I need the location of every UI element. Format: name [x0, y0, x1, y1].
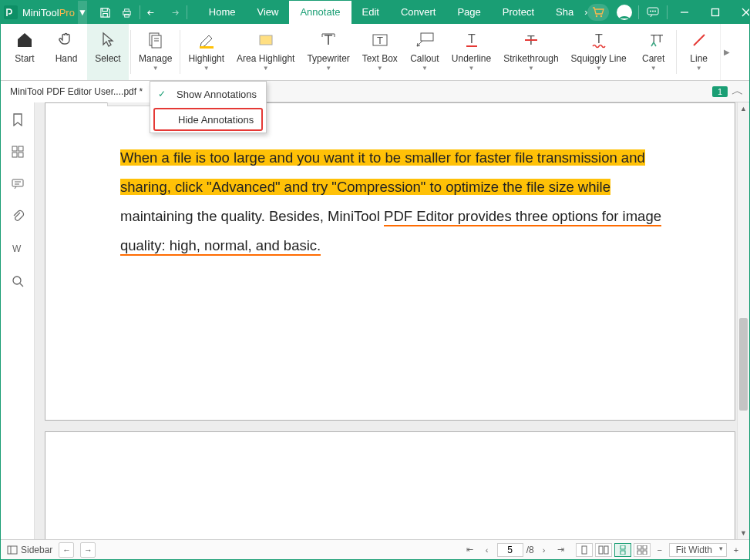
svg-rect-47	[8, 546, 17, 554]
quick-access	[95, 1, 189, 24]
user-icon[interactable]	[612, 1, 637, 24]
next-view-button[interactable]: →	[80, 542, 96, 558]
menu-show-annotations[interactable]: ✓ Show Annotations	[150, 82, 266, 106]
first-page-button[interactable]: ⇤	[463, 543, 477, 557]
ribbon-overflow-icon[interactable]: ▶	[720, 24, 734, 80]
feedback-icon[interactable]	[641, 1, 665, 24]
scrollbar-thumb[interactable]	[739, 318, 748, 411]
svg-line-36	[694, 35, 705, 45]
caret-icon: TT	[644, 29, 663, 52]
cart-icon[interactable]	[587, 4, 609, 21]
scroll-up-icon[interactable]: ▲	[738, 102, 749, 115]
ribbon-hand[interactable]: Hand	[45, 24, 87, 80]
svg-rect-37	[12, 146, 17, 151]
layers-icon[interactable]: W	[8, 240, 27, 258]
undo-icon[interactable]	[142, 1, 163, 24]
attachments-icon[interactable]	[8, 207, 27, 226]
title-bar: MiniToolPro ▼ Home View Annotate Edit Co…	[1, 1, 749, 24]
app-menu-dropdown[interactable]: ▼	[78, 1, 87, 24]
ribbon-start[interactable]: Start	[4, 24, 45, 80]
svg-rect-53	[621, 551, 625, 555]
dropdown-icon: ▼	[596, 65, 602, 72]
svg-point-7	[622, 8, 627, 13]
menu-edit[interactable]: Edit	[351, 1, 390, 24]
thumbnails-icon[interactable]	[8, 143, 27, 161]
svg-rect-13	[712, 9, 719, 16]
pdf-page: When a file is too large and you want it…	[45, 102, 735, 421]
dropdown-icon: ▼	[651, 65, 657, 72]
print-icon[interactable]	[116, 1, 138, 24]
bookmarks-icon[interactable]	[8, 110, 27, 129]
notification-badge[interactable]: 1	[712, 86, 728, 97]
ribbon-callout[interactable]: Callout ▼	[404, 24, 446, 80]
prev-view-button[interactable]: ←	[59, 542, 74, 558]
menu-share[interactable]: Sha	[545, 1, 584, 24]
redo-icon[interactable]	[163, 1, 185, 24]
maximize-button[interactable]	[700, 1, 731, 24]
ribbon-squiggly-line[interactable]: T Squiggly Line ▼	[565, 24, 633, 80]
svg-rect-0	[4, 5, 18, 19]
ribbon-area-highlight[interactable]: Area Highlight ▼	[230, 24, 301, 80]
document-viewport[interactable]: When a file is too large and you want it…	[35, 102, 749, 539]
prev-page-button[interactable]: ‹	[480, 543, 494, 557]
svg-text:T: T	[468, 32, 476, 45]
svg-rect-55	[643, 545, 647, 549]
vertical-scrollbar[interactable]: ▲ ▼	[737, 102, 749, 539]
app-logo-icon	[4, 2, 18, 22]
view-continuous-two-icon[interactable]	[634, 543, 651, 557]
menu-annotate[interactable]: Annotate	[289, 1, 351, 24]
svg-text:T: T	[595, 32, 603, 45]
ribbon-strikethrough[interactable]: T Strikethrough ▼	[497, 24, 564, 80]
menu-convert[interactable]: Convert	[390, 1, 447, 24]
dropdown-icon: ▼	[153, 65, 159, 72]
menu-home[interactable]: Home	[198, 1, 247, 24]
ribbon-manage[interactable]: Manage ▼	[133, 24, 178, 80]
pdf-page: Merge & Split File Combination & Separat…	[45, 431, 735, 539]
zoom-in-button[interactable]: +	[729, 543, 743, 557]
zoom-fit-dropdown[interactable]: Fit Width	[669, 543, 727, 557]
ribbon-line[interactable]: Line ▼	[678, 24, 720, 80]
svg-rect-41	[12, 179, 23, 186]
svg-point-9	[650, 11, 651, 12]
svg-text:T: T	[325, 32, 333, 48]
page-total: /8	[526, 545, 534, 555]
sidebar-toggle-icon[interactable]: Sidebar	[7, 545, 52, 555]
menu-protect[interactable]: Protect	[492, 1, 545, 24]
svg-rect-52	[621, 545, 625, 549]
ribbon-typewriter[interactable]: T Typewriter ▼	[301, 24, 355, 80]
callout-icon	[415, 29, 435, 52]
ribbon-text-box[interactable]: T Text Box ▼	[356, 24, 404, 80]
last-page-button[interactable]: ⇥	[554, 543, 568, 557]
ribbon-underline[interactable]: T Underline ▼	[446, 24, 497, 80]
close-button[interactable]	[731, 1, 750, 24]
menu-view[interactable]: View	[247, 1, 290, 24]
svg-point-11	[654, 11, 656, 12]
zoom-out-button[interactable]: −	[653, 543, 667, 557]
next-page-button[interactable]: ›	[537, 543, 551, 557]
svg-rect-57	[643, 551, 647, 555]
pro-label: Pro	[59, 7, 75, 18]
view-two-page-icon[interactable]	[595, 543, 612, 557]
hand-icon	[57, 29, 76, 52]
svg-line-46	[20, 283, 23, 287]
view-continuous-icon[interactable]	[614, 543, 631, 557]
search-icon[interactable]	[8, 272, 27, 290]
left-sidebar: W	[1, 102, 35, 539]
dropdown-icon: ▼	[377, 65, 383, 72]
ribbon-highlight[interactable]: Highlight ▼	[182, 24, 230, 80]
document-tab[interactable]: MiniTool PDF Editor User....pdf *	[1, 81, 153, 102]
status-bar: Sidebar ← → ⇤ ‹ /8 › ⇥ − Fit Width +	[1, 539, 749, 559]
menu-page[interactable]: Page	[446, 1, 491, 24]
view-single-page-icon[interactable]	[576, 543, 593, 557]
collapse-ribbon-icon[interactable]: ︿	[731, 85, 745, 99]
ribbon-select[interactable]: Select	[87, 24, 129, 80]
comments-icon[interactable]	[8, 175, 27, 193]
page-number-input[interactable]	[497, 543, 523, 557]
ribbon-caret[interactable]: TT Caret ▼	[633, 24, 674, 80]
svg-point-45	[13, 277, 21, 284]
save-icon[interactable]	[95, 1, 116, 24]
minimize-button[interactable]	[669, 1, 700, 24]
scroll-down-icon[interactable]: ▼	[738, 527, 749, 539]
dropdown-icon: ▼	[696, 65, 702, 72]
menu-hide-annotations[interactable]: Hide Annotations	[153, 108, 263, 131]
